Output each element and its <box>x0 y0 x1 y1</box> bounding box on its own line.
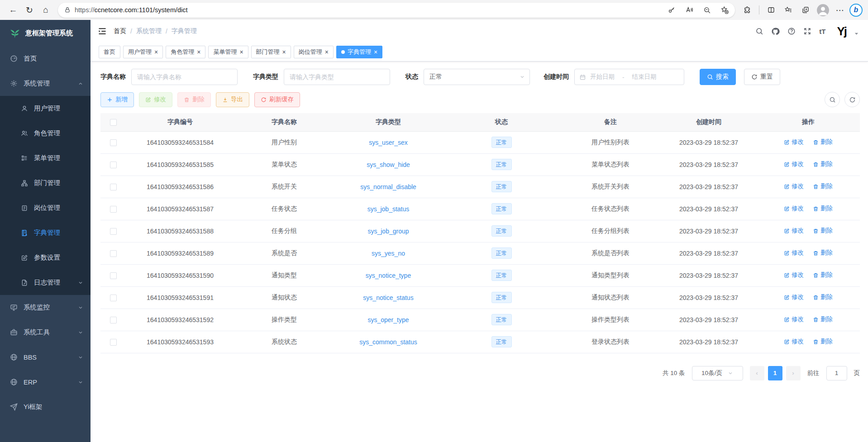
close-icon[interactable]: × <box>374 49 377 55</box>
row-checkbox[interactable] <box>110 228 117 235</box>
sidebar-item-home[interactable]: 首页 <box>0 46 91 71</box>
split-screen-icon[interactable] <box>763 2 779 18</box>
browser-profile-avatar[interactable] <box>815 2 830 18</box>
dict-type-link[interactable]: sys_common_status <box>359 338 417 346</box>
next-page-button[interactable]: › <box>786 366 801 380</box>
tab-user-mgmt[interactable]: 用户管理× <box>123 46 163 58</box>
row-delete-link[interactable]: 删除 <box>813 227 833 235</box>
zoom-out-icon[interactable] <box>700 3 714 17</box>
row-delete-link[interactable]: 删除 <box>813 182 833 190</box>
dict-type-link[interactable]: sys_normal_disable <box>360 183 416 190</box>
row-edit-link[interactable]: 修改 <box>784 227 804 235</box>
close-icon[interactable]: × <box>239 49 243 55</box>
close-icon[interactable]: × <box>154 49 158 55</box>
dict-type-link[interactable]: sys_notice_type <box>366 272 411 279</box>
row-checkbox[interactable] <box>110 206 117 213</box>
breadcrumb-home[interactable]: 首页 <box>114 27 126 35</box>
row-checkbox[interactable] <box>110 339 117 346</box>
dict-type-input[interactable] <box>284 69 390 85</box>
page-1-button[interactable]: 1 <box>768 366 782 380</box>
row-edit-link[interactable]: 修改 <box>784 249 804 257</box>
refresh-cache-button[interactable]: 刷新缓存 <box>254 92 300 107</box>
browser-back-button[interactable]: ← <box>5 2 21 18</box>
browser-home-button[interactable]: ⌂ <box>38 2 53 18</box>
row-delete-link[interactable]: 删除 <box>813 160 833 168</box>
copilot-icon[interactable]: b <box>849 4 863 17</box>
collections-icon[interactable] <box>781 2 796 18</box>
sidebar-item-menus[interactable]: 菜单管理 <box>0 146 91 171</box>
goto-page-input[interactable] <box>826 366 847 380</box>
refresh-table-button[interactable] <box>844 92 860 107</box>
search-button[interactable]: 搜索 <box>700 69 736 85</box>
delete-button[interactable]: 删除 <box>177 92 211 107</box>
sidebar-item-dict[interactable]: 字典管理 <box>0 220 91 245</box>
password-key-icon[interactable] <box>665 3 678 17</box>
sidebar-item-system[interactable]: 系统管理 <box>0 71 91 96</box>
row-delete-link[interactable]: 删除 <box>813 271 833 279</box>
status-select[interactable]: 正常 <box>424 69 530 85</box>
close-icon[interactable]: × <box>325 49 329 55</box>
sidebar-item-posts[interactable]: 岗位管理 <box>0 195 91 220</box>
url-text[interactable]: https://ccnetcore.com:1101/system/dict <box>75 6 661 14</box>
row-delete-link[interactable]: 删除 <box>813 293 833 301</box>
tab-dept-mgmt[interactable]: 部门管理× <box>251 46 291 58</box>
fullscreen-icon[interactable] <box>803 27 811 35</box>
row-checkbox[interactable] <box>110 139 117 146</box>
row-delete-link[interactable]: 删除 <box>813 249 833 257</box>
row-delete-link[interactable]: 删除 <box>813 204 833 213</box>
sidebar-fold-button[interactable] <box>98 27 107 36</box>
row-delete-link[interactable]: 删除 <box>813 337 833 346</box>
sidebar-item-tools[interactable]: 系统工具 <box>0 320 91 345</box>
row-delete-link[interactable]: 删除 <box>813 138 833 146</box>
dict-type-link[interactable]: sys_job_group <box>367 228 409 235</box>
dict-type-link[interactable]: sys_job_status <box>367 205 410 213</box>
row-checkbox[interactable] <box>110 162 117 168</box>
row-edit-link[interactable]: 修改 <box>784 337 804 346</box>
font-size-icon[interactable]: tT <box>819 28 825 35</box>
tab-role-mgmt[interactable]: 角色管理× <box>166 46 205 58</box>
row-delete-link[interactable]: 删除 <box>813 315 833 323</box>
tab-menu-mgmt[interactable]: 菜单管理× <box>208 46 248 58</box>
sidebar-item-departments[interactable]: 部门管理 <box>0 171 91 195</box>
tab-actions-icon[interactable] <box>798 2 813 18</box>
row-edit-link[interactable]: 修改 <box>784 138 804 146</box>
page-size-select[interactable]: 10条/页 <box>692 366 743 380</box>
dict-type-link[interactable]: sys_yes_no <box>372 250 405 257</box>
prev-page-button[interactable]: ‹ <box>750 366 764 380</box>
read-aloud-icon[interactable] <box>682 3 696 17</box>
row-checkbox[interactable] <box>110 184 117 190</box>
breadcrumb-system[interactable]: 系统管理 <box>136 27 162 35</box>
reset-button[interactable]: 重置 <box>744 69 780 85</box>
sidebar-item-erp[interactable]: ERP <box>0 370 91 394</box>
browser-refresh-button[interactable]: ↻ <box>22 2 37 18</box>
search-icon[interactable] <box>755 27 763 35</box>
select-all-checkbox[interactable] <box>110 119 117 126</box>
edit-button[interactable]: 修改 <box>139 92 172 107</box>
sidebar-item-logs[interactable]: 日志管理 <box>0 270 91 295</box>
row-edit-link[interactable]: 修改 <box>784 182 804 190</box>
show-search-toggle-button[interactable] <box>825 92 840 107</box>
row-checkbox[interactable] <box>110 250 117 257</box>
sidebar-item-monitor[interactable]: 系统监控 <box>0 295 91 320</box>
dict-type-link[interactable]: sys_show_hide <box>367 161 410 168</box>
add-button[interactable]: 新增 <box>100 92 134 107</box>
sidebar-item-roles[interactable]: 角色管理 <box>0 121 91 146</box>
github-icon[interactable] <box>771 27 780 36</box>
date-range-picker[interactable]: 开始日期 - 结束日期 <box>574 69 684 85</box>
favorite-add-icon[interactable] <box>718 3 731 17</box>
export-button[interactable]: 导出 <box>216 92 249 107</box>
row-checkbox[interactable] <box>110 272 117 279</box>
tab-dict-mgmt[interactable]: 字典管理× <box>336 46 382 58</box>
user-logo[interactable]: Yj <box>837 25 846 37</box>
address-bar[interactable]: https://ccnetcore.com:1101/system/dict <box>58 3 735 18</box>
close-icon[interactable]: × <box>282 49 286 55</box>
extensions-icon[interactable] <box>739 2 755 18</box>
help-icon[interactable] <box>787 27 796 35</box>
tab-post-mgmt[interactable]: 岗位管理× <box>294 46 334 58</box>
row-edit-link[interactable]: 修改 <box>784 293 804 301</box>
close-icon[interactable]: × <box>197 49 200 55</box>
caret-down-icon[interactable] <box>854 31 859 36</box>
row-edit-link[interactable]: 修改 <box>784 315 804 323</box>
dict-type-link[interactable]: sys_notice_status <box>363 294 413 301</box>
sidebar-item-yi-framework[interactable]: Yi框架 <box>0 394 91 419</box>
